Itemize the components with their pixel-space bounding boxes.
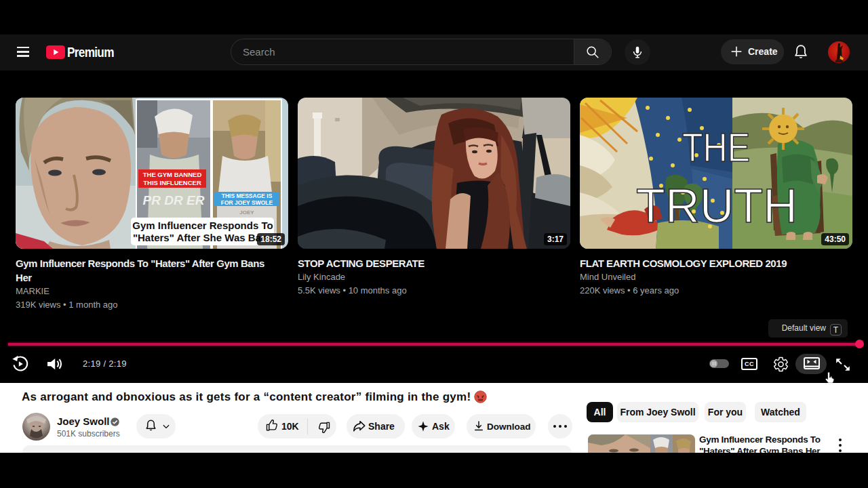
svg-text:"Haters" After She Was Ban: "Haters" After She Was Ban — [133, 232, 267, 243]
svg-text:THE: THE — [682, 125, 750, 170]
svg-text:THIS INFLUENCER: THIS INFLUENCER — [143, 179, 201, 186]
svg-text:THE GYM BANNED: THE GYM BANNED — [143, 171, 202, 178]
svg-text:TRUTH: TRUTH — [636, 179, 797, 232]
svg-text:THIS MESSAGE IS: THIS MESSAGE IS — [222, 192, 273, 199]
svg-text:PR DR ER: PR DR ER — [143, 193, 205, 207]
svg-text:JOEY: JOEY — [239, 209, 254, 216]
svg-text:Gym Influencer Responds To: Gym Influencer Responds To — [132, 220, 273, 231]
svg-text:FOR JOEY SWOLE: FOR JOEY SWOLE — [221, 199, 273, 206]
